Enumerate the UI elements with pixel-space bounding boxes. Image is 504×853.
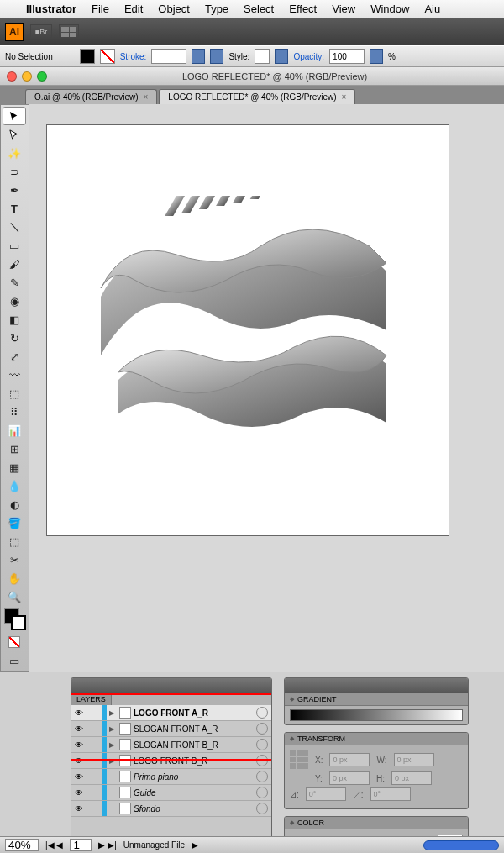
- target-icon: [256, 707, 268, 719]
- horizontal-scrollbar[interactable]: [423, 840, 499, 850]
- panel-drag-bar[interactable]: [71, 678, 271, 693]
- symbol-sprayer-tool[interactable]: ⠿: [3, 403, 26, 421]
- blend-tool[interactable]: ◐: [3, 495, 26, 513]
- opacity-link[interactable]: Opacity:: [293, 52, 324, 61]
- x-field[interactable]: [329, 753, 370, 766]
- artboard-nav[interactable]: |◀ ◀: [45, 840, 63, 850]
- line-tool[interactable]: ＼: [3, 218, 26, 236]
- artwork-logo[interactable]: [92, 196, 403, 465]
- fill-stroke-control[interactable]: [4, 608, 26, 630]
- zoom-tool[interactable]: 🔍: [3, 587, 26, 606]
- free-transform-tool[interactable]: ⬚: [3, 384, 26, 403]
- visibility-icon: 👁: [71, 756, 87, 766]
- color-section-title[interactable]: COLOR: [285, 817, 468, 829]
- gradient-tool[interactable]: ▦: [3, 458, 26, 477]
- zoom-field[interactable]: [5, 839, 39, 851]
- paintbrush-tool[interactable]: 🖌: [3, 255, 26, 273]
- menu-help[interactable]: Aiu: [417, 3, 448, 15]
- w-field[interactable]: [394, 753, 434, 766]
- layer-row[interactable]: 👁Sfondo: [71, 801, 271, 817]
- artboard-nav[interactable]: ▶ ▶|: [98, 840, 116, 850]
- window-zoom[interactable]: [37, 71, 47, 82]
- style-dropdown[interactable]: [275, 49, 288, 64]
- layers-tab[interactable]: LAYERS: [71, 693, 112, 705]
- layer-row[interactable]: 👁▶LOGO FRONT A_R: [71, 705, 271, 721]
- window-minimize[interactable]: [22, 71, 32, 82]
- menu-window[interactable]: Window: [363, 3, 417, 15]
- tab-document-1[interactable]: O.ai @ 40% (RGB/Preview)×: [25, 89, 157, 104]
- arrange-documents-button[interactable]: [59, 24, 79, 39]
- menu-file[interactable]: File: [84, 3, 117, 15]
- eraser-tool[interactable]: ◧: [3, 310, 26, 329]
- status-mode[interactable]: Unmanaged File: [123, 840, 185, 850]
- stroke-dropdown[interactable]: [192, 49, 205, 64]
- rotate-field[interactable]: [306, 787, 346, 801]
- pen-tool[interactable]: ✒: [3, 181, 26, 199]
- artboard[interactable]: [46, 124, 449, 536]
- pencil-tool[interactable]: ✎: [3, 273, 26, 292]
- layer-row[interactable]: 👁▶SLOGAN FRONT A_R: [71, 721, 271, 737]
- graph-tool[interactable]: 📊: [3, 421, 26, 440]
- stroke-swatch[interactable]: [100, 49, 115, 64]
- menu-effect[interactable]: Effect: [281, 3, 324, 15]
- crop-tool[interactable]: ⬚: [3, 532, 26, 550]
- selection-tool[interactable]: [3, 107, 26, 125]
- menu-view[interactable]: View: [324, 3, 363, 15]
- stroke-weight-field[interactable]: [151, 49, 186, 64]
- target-icon: [256, 739, 268, 750]
- y-field[interactable]: [329, 771, 370, 785]
- live-paint-tool[interactable]: 🪣: [3, 513, 26, 532]
- h-field[interactable]: [391, 771, 432, 785]
- color-mode-toggle[interactable]: [3, 633, 26, 651]
- scale-tool[interactable]: ⤢: [3, 347, 26, 366]
- opacity-field[interactable]: [329, 49, 365, 64]
- layers-panel: LAYERS 👁▶LOGO FRONT A_R 👁▶SLOGAN FRONT A…: [71, 677, 272, 853]
- style-swatch[interactable]: [255, 49, 270, 64]
- visibility-icon: 👁: [71, 804, 87, 814]
- artboard-field[interactable]: [70, 839, 92, 851]
- eyedropper-tool[interactable]: 💧: [3, 477, 26, 495]
- bridge-button[interactable]: ■Br: [30, 24, 52, 39]
- blob-brush-tool[interactable]: ◉: [3, 292, 26, 310]
- shear-field[interactable]: [370, 787, 411, 801]
- svg-rect-5: [250, 196, 270, 199]
- app-menu[interactable]: Illustrator: [18, 3, 84, 15]
- slice-tool[interactable]: ✂: [3, 550, 26, 569]
- tools-panel: ✨ ⊃ ✒ T ＼ ▭ 🖌 ✎ ◉ ◧ ↻ ⤢ 〰 ⬚ ⠿ 📊 ⊞ ▦ 💧 ◐ …: [0, 104, 29, 672]
- window-close[interactable]: [7, 71, 17, 82]
- target-icon: [256, 803, 268, 814]
- rectangle-tool[interactable]: ▭: [3, 236, 26, 255]
- mesh-tool[interactable]: ⊞: [3, 440, 26, 458]
- lasso-tool[interactable]: ⊃: [3, 162, 26, 181]
- reference-point[interactable]: [290, 750, 308, 769]
- layer-row[interactable]: 👁Primo piano: [71, 769, 271, 785]
- panel-drag-bar[interactable]: [285, 678, 468, 693]
- target-icon: [256, 787, 268, 798]
- transform-section-title[interactable]: TRANSFORM: [285, 733, 468, 745]
- layer-row[interactable]: 👁Guide: [71, 785, 271, 801]
- canvas-area[interactable]: [29, 104, 504, 672]
- opacity-dropdown[interactable]: [370, 49, 383, 64]
- menu-type[interactable]: Type: [197, 3, 236, 15]
- menu-object[interactable]: Object: [150, 3, 197, 15]
- layer-row[interactable]: 👁▶SLOGAN FRONT B_R: [71, 737, 271, 753]
- document-tabs: O.ai @ 40% (RGB/Preview)× LOGO REFLECTED…: [0, 86, 504, 104]
- stroke-link[interactable]: Stroke:: [120, 52, 147, 61]
- direct-selection-tool[interactable]: [3, 125, 26, 144]
- hand-tool[interactable]: ✋: [3, 569, 26, 587]
- menu-select[interactable]: Select: [236, 3, 281, 15]
- fill-swatch[interactable]: [80, 49, 95, 64]
- rotate-tool[interactable]: ↻: [3, 329, 26, 347]
- gradient-section-title[interactable]: GRADIENT: [285, 693, 468, 706]
- screen-mode-toggle[interactable]: ▭: [3, 651, 26, 670]
- magic-wand-tool[interactable]: ✨: [3, 144, 26, 162]
- percent-label: %: [388, 52, 396, 61]
- warp-tool[interactable]: 〰: [3, 366, 26, 384]
- type-tool[interactable]: T: [3, 199, 26, 218]
- gradient-preview[interactable]: [290, 709, 463, 721]
- tab-document-2[interactable]: LOGO REFLECTED* @ 40% (RGB/Preview)×: [159, 89, 355, 104]
- menu-edit[interactable]: Edit: [117, 3, 150, 15]
- window-title: LOGO REFLECTED* @ 40% (RGB/Preview): [52, 71, 497, 82]
- layer-row[interactable]: 👁▶LOGO FRONT B_R: [71, 753, 271, 769]
- brush-dropdown[interactable]: [210, 49, 223, 64]
